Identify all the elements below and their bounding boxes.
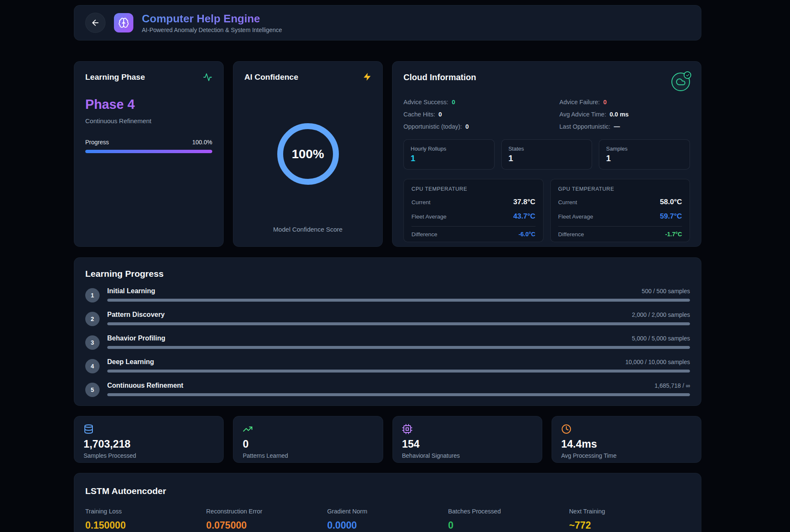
stat-opportunistic-today: Opportunistic (today): 0 <box>403 123 534 130</box>
learning-progress-card: Learning Progress 1 Initial Learning 500… <box>74 257 701 406</box>
phase-count: 1,685,718 / ∞ <box>655 382 690 389</box>
phase-bar <box>107 346 690 349</box>
phase-count: 5,000 / 5,000 samples <box>632 335 690 342</box>
samples-box: Samples 1 <box>599 139 690 170</box>
phase-name: Behavior Profiling <box>107 335 165 342</box>
app-header: Computer Help Engine AI-Powered Anomaly … <box>74 5 701 41</box>
phase-number-badge: 1 <box>85 288 100 302</box>
check-icon <box>684 71 691 79</box>
stat-avg-advice-time: Avg Advice Time: 0.0 ms <box>560 111 690 118</box>
brain-icon <box>114 13 133 32</box>
progress-phase-row-3: 3 Behavior Profiling 5,000 / 5,000 sampl… <box>85 335 690 350</box>
phase-number: Phase 4 <box>85 97 212 112</box>
phase-progress-fill <box>85 150 212 153</box>
behavioral-signatures-card: 154 Behavioral Signatures <box>392 416 542 463</box>
page-subtitle: AI-Powered Anomaly Detection & System In… <box>142 27 282 33</box>
zap-icon <box>363 73 371 81</box>
phase-name: Continuous Refinement <box>107 382 183 389</box>
phase-bar <box>107 393 690 396</box>
phase-bar-fill <box>107 322 690 325</box>
confidence-ring: 100% <box>277 123 339 185</box>
phase-name: Deep Learning <box>107 358 154 366</box>
cpu-icon <box>402 424 533 434</box>
hourly-rollups-box: Hourly Rollups 1 <box>403 139 495 170</box>
cloud-information-card: Cloud Information Advice Success: 0 Advi… <box>392 61 701 247</box>
phase-name: Initial Learning <box>107 287 155 295</box>
progress-phase-row-4: 4 Deep Learning 10,000 / 10,000 samples <box>85 358 690 373</box>
avg-processing-time-card: 14.4ms Avg Processing Time <box>552 416 701 463</box>
ai-confidence-title: AI Confidence <box>244 73 298 82</box>
learning-progress-title: Learning Progress <box>85 269 690 279</box>
training-loss-metric: Training Loss 0.150000 MSE Loss <box>85 508 206 532</box>
stat-advice-failure: Advice Failure: 0 <box>560 99 690 105</box>
phase-bar-fill <box>107 393 690 396</box>
phase-number-badge: 2 <box>85 312 100 326</box>
phase-number-badge: 5 <box>85 383 100 397</box>
ai-confidence-card: AI Confidence 100% Model Confidence Scor… <box>233 61 383 247</box>
database-icon <box>84 424 214 434</box>
clock-icon <box>561 424 692 434</box>
page-title: Computer Help Engine <box>142 12 282 25</box>
divider <box>411 226 536 227</box>
lstm-title: LSTM Autoencoder <box>85 486 690 496</box>
phase-name: Pattern Discovery <box>107 311 165 319</box>
trending-up-icon <box>243 424 373 434</box>
progress-phase-row-2: 2 Pattern Discovery 2,000 / 2,000 sample… <box>85 311 690 326</box>
progress-label: Progress <box>85 139 109 146</box>
phase-bar-fill <box>107 299 690 302</box>
gpu-temperature-box: GPU TEMPERATURE Current 58.0°C Fleet Ave… <box>550 179 690 242</box>
phase-name: Continuous Refinement <box>85 117 212 124</box>
phase-progress-bar <box>85 150 212 153</box>
stat-advice-success: Advice Success: 0 <box>403 99 534 105</box>
progress-value: 100.0% <box>192 139 212 146</box>
activity-icon <box>203 73 212 82</box>
arrow-left-icon <box>91 18 100 27</box>
phase-bar <box>107 370 690 373</box>
learning-phase-title: Learning Phase <box>85 73 145 82</box>
gradient-norm-metric: Gradient Norm 0.0000 Backprop Health <box>327 508 448 532</box>
progress-phase-row-5: 5 Continuous Refinement 1,685,718 / ∞ <box>85 382 690 397</box>
back-button[interactable] <box>85 13 106 33</box>
divider <box>558 226 682 227</box>
phase-count: 2,000 / 2,000 samples <box>632 311 690 318</box>
cpu-temperature-box: CPU TEMPERATURE Current 37.8°C Fleet Ave… <box>403 179 544 242</box>
learning-phase-card: Learning Phase Phase 4 Continuous Refine… <box>74 61 224 247</box>
cloud-status-icon <box>671 73 690 91</box>
phase-number-badge: 4 <box>85 359 100 373</box>
stat-last-opportunistic: Last Opportunistic: — <box>560 123 690 130</box>
batches-processed-metric: Batches Processed 0 Total Batches <box>448 508 569 532</box>
phase-bar-fill <box>107 346 690 349</box>
stat-cache-hits: Cache Hits: 0 <box>403 111 534 118</box>
lstm-autoencoder-card: LSTM Autoencoder Training Loss 0.150000 … <box>74 473 701 532</box>
patterns-learned-card: 0 Patterns Learned <box>233 416 383 463</box>
confidence-caption: Model Confidence Score <box>244 226 371 235</box>
samples-processed-card: 1,703,218 Samples Processed <box>74 416 224 463</box>
next-training-metric: Next Training ~772 Samples (approx) <box>569 508 690 532</box>
phase-count: 500 / 500 samples <box>642 288 690 294</box>
phase-count: 10,000 / 10,000 samples <box>625 359 690 365</box>
states-box: States 1 <box>501 139 592 170</box>
reconstruction-error-metric: Reconstruction Error 0.075000 Avg Error <box>206 508 327 532</box>
phase-number-badge: 3 <box>85 335 100 350</box>
progress-phase-row-1: 1 Initial Learning 500 / 500 samples <box>85 287 690 302</box>
phase-bar <box>107 322 690 325</box>
phase-bar-fill <box>107 370 690 373</box>
confidence-value: 100% <box>277 123 339 185</box>
cloud-info-title: Cloud Information <box>403 73 476 82</box>
phase-bar <box>107 299 690 302</box>
